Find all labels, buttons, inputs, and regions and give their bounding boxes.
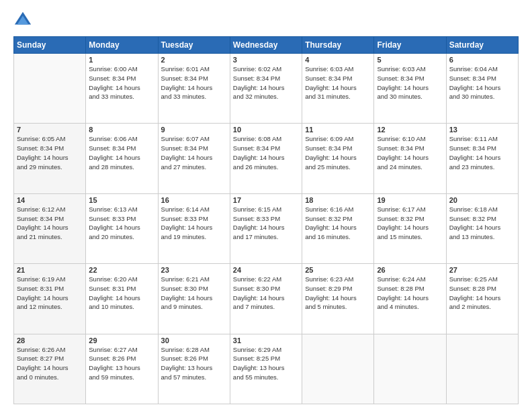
calendar-week-row: 21Sunrise: 6:19 AMSunset: 8:31 PMDayligh…: [14, 264, 519, 334]
day-number: 13: [449, 126, 515, 134]
day-number: 24: [233, 266, 299, 274]
calendar-cell: 30Sunrise: 6:28 AMSunset: 8:26 PMDayligh…: [158, 334, 230, 404]
day-info: Sunrise: 6:05 AMSunset: 8:34 PMDaylight:…: [17, 134, 83, 171]
calendar-week-row: 28Sunrise: 6:26 AMSunset: 8:27 PMDayligh…: [14, 334, 519, 404]
calendar-cell: 16Sunrise: 6:14 AMSunset: 8:33 PMDayligh…: [158, 193, 230, 263]
day-info: Sunrise: 6:02 AMSunset: 8:34 PMDaylight:…: [233, 64, 299, 101]
day-info: Sunrise: 6:14 AMSunset: 8:33 PMDaylight:…: [161, 205, 227, 242]
calendar-cell: 5Sunrise: 6:03 AMSunset: 8:34 PMDaylight…: [374, 54, 446, 124]
calendar-cell: 11Sunrise: 6:09 AMSunset: 8:34 PMDayligh…: [302, 124, 374, 193]
weekday-header-thursday: Thursday: [302, 37, 374, 54]
day-info: Sunrise: 6:19 AMSunset: 8:31 PMDaylight:…: [17, 275, 83, 312]
day-info: Sunrise: 6:15 AMSunset: 8:33 PMDaylight:…: [233, 205, 299, 242]
calendar-week-row: 1Sunrise: 6:00 AMSunset: 8:34 PMDaylight…: [14, 54, 519, 124]
day-number: 21: [17, 266, 83, 274]
day-number: 8: [89, 126, 154, 134]
day-number: 19: [377, 196, 443, 204]
day-number: 3: [233, 56, 299, 64]
calendar-cell: 3Sunrise: 6:02 AMSunset: 8:34 PMDaylight…: [230, 54, 302, 124]
day-info: Sunrise: 6:07 AMSunset: 8:34 PMDaylight:…: [161, 134, 227, 171]
day-info: Sunrise: 6:18 AMSunset: 8:32 PMDaylight:…: [449, 205, 515, 242]
day-number: 5: [377, 56, 443, 64]
calendar-body: 1Sunrise: 6:00 AMSunset: 8:34 PMDaylight…: [14, 54, 519, 404]
calendar-cell: 9Sunrise: 6:07 AMSunset: 8:34 PMDaylight…: [158, 124, 230, 193]
day-number: 23: [161, 266, 227, 274]
calendar-cell: 12Sunrise: 6:10 AMSunset: 8:34 PMDayligh…: [374, 124, 446, 193]
calendar-week-row: 7Sunrise: 6:05 AMSunset: 8:34 PMDaylight…: [14, 124, 519, 193]
day-info: Sunrise: 6:20 AMSunset: 8:31 PMDaylight:…: [89, 275, 154, 312]
calendar-cell: 25Sunrise: 6:23 AMSunset: 8:29 PMDayligh…: [302, 264, 374, 334]
page-header: [13, 11, 519, 30]
calendar-cell: [302, 334, 374, 404]
calendar-cell: 6Sunrise: 6:04 AMSunset: 8:34 PMDaylight…: [446, 54, 518, 124]
day-number: 29: [89, 336, 154, 345]
day-number: 2: [161, 56, 227, 64]
calendar-cell: 17Sunrise: 6:15 AMSunset: 8:33 PMDayligh…: [230, 193, 302, 263]
calendar-cell: 28Sunrise: 6:26 AMSunset: 8:27 PMDayligh…: [14, 334, 86, 404]
day-info: Sunrise: 6:10 AMSunset: 8:34 PMDaylight:…: [377, 134, 443, 171]
day-number: 10: [233, 126, 299, 134]
calendar-cell: 8Sunrise: 6:06 AMSunset: 8:34 PMDaylight…: [86, 124, 158, 193]
calendar-cell: 23Sunrise: 6:21 AMSunset: 8:30 PMDayligh…: [158, 264, 230, 334]
day-number: 15: [89, 196, 154, 204]
day-info: Sunrise: 6:28 AMSunset: 8:26 PMDaylight:…: [161, 345, 227, 382]
day-number: 30: [161, 336, 227, 345]
weekday-header-tuesday: Tuesday: [158, 37, 230, 54]
day-number: 25: [305, 266, 371, 274]
day-info: Sunrise: 6:04 AMSunset: 8:34 PMDaylight:…: [449, 64, 515, 101]
day-info: Sunrise: 6:03 AMSunset: 8:34 PMDaylight:…: [305, 64, 371, 101]
weekday-header-friday: Friday: [374, 37, 446, 54]
calendar-cell: 24Sunrise: 6:22 AMSunset: 8:30 PMDayligh…: [230, 264, 302, 334]
day-info: Sunrise: 6:09 AMSunset: 8:34 PMDaylight:…: [305, 134, 371, 171]
calendar-cell: 1Sunrise: 6:00 AMSunset: 8:34 PMDaylight…: [86, 54, 158, 124]
calendar-cell: 2Sunrise: 6:01 AMSunset: 8:34 PMDaylight…: [158, 54, 230, 124]
calendar-cell: [446, 334, 518, 404]
day-info: Sunrise: 6:08 AMSunset: 8:34 PMDaylight:…: [233, 134, 299, 171]
day-info: Sunrise: 6:25 AMSunset: 8:28 PMDaylight:…: [449, 275, 515, 312]
weekday-header-wednesday: Wednesday: [230, 37, 302, 54]
calendar-cell: 13Sunrise: 6:11 AMSunset: 8:34 PMDayligh…: [446, 124, 518, 193]
calendar-cell: 31Sunrise: 6:29 AMSunset: 8:25 PMDayligh…: [230, 334, 302, 404]
day-info: Sunrise: 6:13 AMSunset: 8:33 PMDaylight:…: [89, 205, 154, 242]
calendar-cell: 21Sunrise: 6:19 AMSunset: 8:31 PMDayligh…: [14, 264, 86, 334]
day-number: 11: [305, 126, 371, 134]
day-number: 18: [305, 196, 371, 204]
calendar-table: SundayMondayTuesdayWednesdayThursdayFrid…: [13, 36, 519, 404]
day-number: 7: [17, 126, 83, 134]
calendar-cell: 7Sunrise: 6:05 AMSunset: 8:34 PMDaylight…: [14, 124, 86, 193]
day-info: Sunrise: 6:26 AMSunset: 8:27 PMDaylight:…: [17, 345, 83, 382]
day-number: 31: [233, 336, 299, 345]
day-info: Sunrise: 6:00 AMSunset: 8:34 PMDaylight:…: [89, 64, 154, 101]
day-info: Sunrise: 6:03 AMSunset: 8:34 PMDaylight:…: [377, 64, 443, 101]
day-info: Sunrise: 6:12 AMSunset: 8:34 PMDaylight:…: [17, 205, 83, 242]
weekday-header-saturday: Saturday: [446, 37, 518, 54]
calendar-cell: 29Sunrise: 6:27 AMSunset: 8:26 PMDayligh…: [86, 334, 158, 404]
day-info: Sunrise: 6:06 AMSunset: 8:34 PMDaylight:…: [89, 134, 154, 171]
weekday-header-sunday: Sunday: [14, 37, 86, 54]
day-info: Sunrise: 6:01 AMSunset: 8:34 PMDaylight:…: [161, 64, 227, 101]
weekday-header-row: SundayMondayTuesdayWednesdayThursdayFrid…: [14, 37, 519, 54]
day-number: 9: [161, 126, 227, 134]
day-number: 20: [449, 196, 515, 204]
calendar-week-row: 14Sunrise: 6:12 AMSunset: 8:34 PMDayligh…: [14, 193, 519, 263]
logo-icon: [13, 11, 32, 30]
day-number: 17: [233, 196, 299, 204]
calendar-cell: 20Sunrise: 6:18 AMSunset: 8:32 PMDayligh…: [446, 193, 518, 263]
calendar-cell: 26Sunrise: 6:24 AMSunset: 8:28 PMDayligh…: [374, 264, 446, 334]
day-info: Sunrise: 6:29 AMSunset: 8:25 PMDaylight:…: [233, 345, 299, 382]
day-number: 22: [89, 266, 154, 274]
day-info: Sunrise: 6:16 AMSunset: 8:32 PMDaylight:…: [305, 205, 371, 242]
calendar-cell: 27Sunrise: 6:25 AMSunset: 8:28 PMDayligh…: [446, 264, 518, 334]
calendar-cell: 10Sunrise: 6:08 AMSunset: 8:34 PMDayligh…: [230, 124, 302, 193]
day-info: Sunrise: 6:21 AMSunset: 8:30 PMDaylight:…: [161, 275, 227, 312]
day-info: Sunrise: 6:17 AMSunset: 8:32 PMDaylight:…: [377, 205, 443, 242]
day-number: 12: [377, 126, 443, 134]
day-number: 28: [17, 336, 83, 345]
day-info: Sunrise: 6:23 AMSunset: 8:29 PMDaylight:…: [305, 275, 371, 312]
calendar-cell: 15Sunrise: 6:13 AMSunset: 8:33 PMDayligh…: [86, 193, 158, 263]
calendar-header: SundayMondayTuesdayWednesdayThursdayFrid…: [14, 37, 519, 54]
day-number: 6: [449, 56, 515, 64]
day-info: Sunrise: 6:27 AMSunset: 8:26 PMDaylight:…: [89, 345, 154, 382]
day-number: 26: [377, 266, 443, 274]
day-number: 16: [161, 196, 227, 204]
